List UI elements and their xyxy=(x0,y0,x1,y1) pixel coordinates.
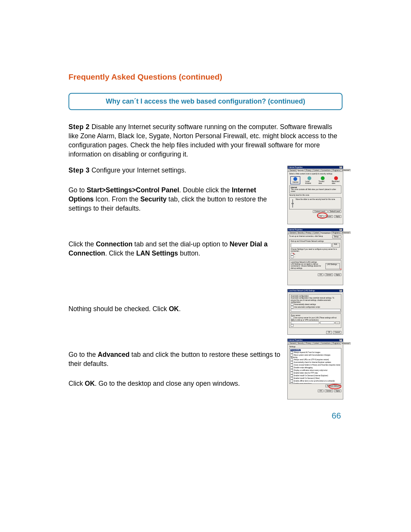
t: LAN Settings do not apply to dial-up con… xyxy=(291,263,325,269)
tab: Security xyxy=(296,232,305,234)
step3-p2: Click the Connection tab and set the dia… xyxy=(68,240,280,258)
list-item: Move system caret with focus/selection c… xyxy=(294,354,330,356)
zone-label: Restricted sites xyxy=(332,181,340,184)
t: OK xyxy=(85,380,95,387)
t: . xyxy=(179,305,181,313)
step2-paragraph: Step 2 Disable any Internet security sof… xyxy=(68,122,342,159)
t: Click the xyxy=(68,240,96,248)
figure-advanced-tab: Internet Properties× General Security Pr… xyxy=(287,339,342,399)
step3-p3: Nothing should be checked. Click OK. xyxy=(68,304,280,313)
list-item: Always send URLs as UTF-8 (requires rest… xyxy=(294,359,329,361)
close-icon: × xyxy=(339,229,342,231)
t: Automatic configuration may override man… xyxy=(291,297,340,303)
t: Go to xyxy=(68,186,87,194)
step3-row-3: Nothing should be checked. Click OK. Loc… xyxy=(68,289,342,335)
t: LAN Settings xyxy=(136,249,178,257)
tab: Programs xyxy=(331,232,341,234)
document-page: Frequently Asked Questions (continued) W… xyxy=(0,0,411,532)
t: This zone contains all Web sites you hav… xyxy=(291,189,336,192)
local-icon xyxy=(307,176,311,180)
ok-button: OK xyxy=(318,273,323,276)
step3-row-1: Step 3 Configure your Internet settings.… xyxy=(68,166,342,224)
t: Advanced xyxy=(98,351,130,358)
zone-label: Trusted sites xyxy=(319,181,327,184)
tab: Privacy xyxy=(304,169,312,171)
t: Click xyxy=(68,380,85,387)
zone-label: Internet xyxy=(293,181,298,183)
step2-text: Disable any Internet security software r… xyxy=(68,123,337,158)
tab: Content xyxy=(312,232,320,234)
step3-text-col-1: Step 3 Configure your Internet settings.… xyxy=(68,166,280,213)
tab: Content xyxy=(312,342,320,344)
apply-button: Apply xyxy=(334,215,341,218)
dlg-title-text: Internet Properties xyxy=(288,166,303,168)
t: Automatically detect settings xyxy=(294,304,316,305)
tab: Connections xyxy=(320,169,332,171)
zone-label: Local intranet xyxy=(305,181,314,184)
globe-icon xyxy=(293,177,297,181)
t: Nothing should be checked. Click xyxy=(68,305,169,313)
step3-text-col-2: Click the Connection tab and set the dia… xyxy=(68,228,280,258)
dlg-title-text: Local Area Network (LAN) Settings xyxy=(288,290,315,292)
t: Go to the xyxy=(68,351,98,358)
apply-button: Apply xyxy=(334,273,341,276)
step3-p4: Go to the Advanced tab and click the but… xyxy=(68,350,280,368)
tab: General xyxy=(288,169,297,171)
setup-button: Setup... xyxy=(332,235,341,238)
t: . Double click the xyxy=(179,186,232,194)
figure-security-tab: Internet Properties× General Security Pr… xyxy=(287,166,342,224)
list-item: Enable offline items to be synchronized … xyxy=(294,380,335,382)
tab: Connections xyxy=(320,342,332,344)
tab: Security xyxy=(296,342,305,344)
step3-text-col-4: Go to the Advanced tab and click the but… xyxy=(68,339,280,388)
tab: Security xyxy=(296,169,305,172)
list-item: Always expand ALT text for images xyxy=(294,351,320,353)
t: Connection xyxy=(96,240,132,248)
tab: Privacy xyxy=(304,342,312,344)
tab: Privacy xyxy=(304,232,312,234)
list-item: Display a notification about every scrip… xyxy=(294,369,328,371)
figure-connections-tab: Internet Properties× General Security Pr… xyxy=(287,228,342,285)
restricted-icon xyxy=(334,176,338,180)
tab: Advanced xyxy=(341,342,350,345)
step3-row-2: Click the Connection tab and set the dia… xyxy=(68,228,342,285)
t: Security xyxy=(140,195,167,203)
list-item: Disable script debugging xyxy=(294,367,312,369)
t: Choose Settings if you need to configure… xyxy=(291,248,340,252)
t: OK xyxy=(169,305,179,313)
tab: General xyxy=(288,232,297,234)
arrow-icon: ➔ xyxy=(292,252,295,255)
tab: Advanced xyxy=(341,232,350,234)
t: tab and set the dial-up option to xyxy=(132,240,229,248)
close-icon: × xyxy=(339,290,342,292)
list-item: Enable folder view for FTP sites xyxy=(294,372,318,374)
highlight-circle xyxy=(328,384,341,389)
apply-button: Apply xyxy=(334,390,341,392)
highlight-circle xyxy=(317,212,328,219)
lan-settings-button: LAN Settings... xyxy=(325,263,340,269)
tab: Content xyxy=(312,169,320,171)
step3-p5: Click OK. Go to the desktop and close an… xyxy=(68,379,280,388)
list-item: Enable page transitions xyxy=(294,383,312,384)
tab: Connections xyxy=(320,232,332,234)
step3-p1: Go to Start>Settings>Control Panel. Doub… xyxy=(68,185,280,213)
add-button: Add... xyxy=(332,243,340,248)
t: Security level for this zone xyxy=(289,194,341,196)
cancel-button: Cancel xyxy=(325,390,333,392)
arrow-icon: ➔ xyxy=(339,268,342,271)
t: . Go to the desktop and close any open w… xyxy=(95,380,240,387)
page-number: 66 xyxy=(68,411,342,421)
dlg-title-text: Internet Properties xyxy=(288,339,303,341)
t: To set up an Internet connection, click … xyxy=(289,235,331,237)
step3-row-4: Go to the Advanced tab and click the but… xyxy=(68,339,342,399)
tab: Advanced xyxy=(341,169,350,171)
step3-label: Step 3 xyxy=(68,166,90,174)
t: . Click the xyxy=(105,249,136,257)
close-icon: × xyxy=(339,166,342,168)
t: Icon. From the xyxy=(94,195,140,203)
question-banner: Why can´t I access the web based configu… xyxy=(68,93,342,110)
cancel-button: Cancel xyxy=(333,331,341,334)
step3-text-col-3: Nothing should be checked. Click OK. xyxy=(68,289,280,313)
t: Dial-up and Virtual Private Network sett… xyxy=(291,240,340,242)
step3-intro: Configure your Internet settings. xyxy=(90,166,186,174)
